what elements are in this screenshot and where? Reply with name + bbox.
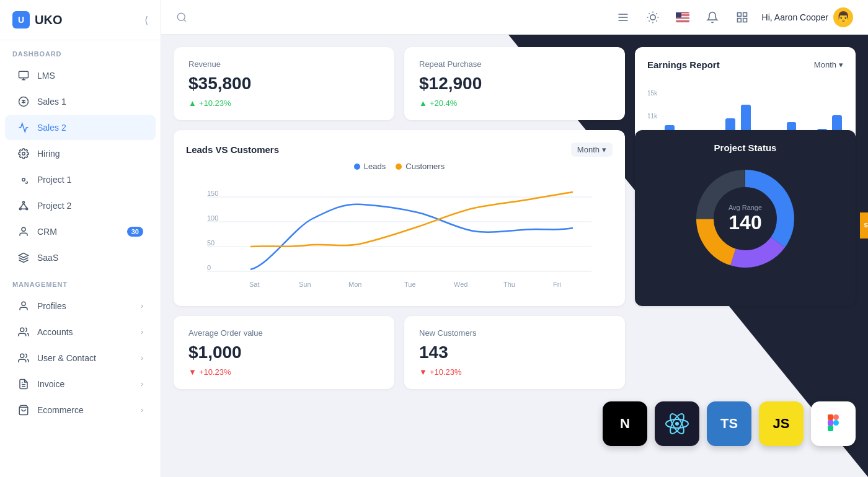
svg-line-11 bbox=[24, 203, 27, 208]
donut-center: Avg Range 140 bbox=[728, 204, 762, 234]
javascript-logo[interactable]: JS bbox=[759, 401, 804, 446]
sidebar-item-ecommerce[interactable]: Ecommerce › bbox=[5, 398, 156, 422]
avg-order-value: $1,000 bbox=[188, 343, 379, 362]
svg-text:Tue: Tue bbox=[404, 281, 416, 288]
chevron-right-icon4: › bbox=[141, 380, 143, 388]
sidebar-item-crm[interactable]: CRM 30 bbox=[5, 219, 156, 244]
svg-line-29 bbox=[649, 13, 649, 14]
collapse-sidebar-button[interactable]: ⟨ bbox=[144, 14, 148, 26]
figma-logo[interactable] bbox=[811, 401, 856, 446]
svg-point-5 bbox=[22, 152, 25, 155]
svg-rect-75 bbox=[828, 420, 833, 426]
sidebar-item-invoice-label: Invoice bbox=[37, 379, 133, 389]
sidebar-item-ecommerce-label: Ecommerce bbox=[37, 405, 133, 415]
up-arrow-icon2: ▲ bbox=[419, 98, 427, 108]
svg-line-30 bbox=[656, 20, 657, 21]
nextjs-logo[interactable]: N bbox=[603, 401, 647, 446]
sidebar-item-sales2[interactable]: Sales 2 bbox=[5, 115, 156, 140]
sidebar-item-invoice[interactable]: Invoice › bbox=[5, 372, 156, 396]
leads-dot bbox=[354, 164, 360, 170]
sidebar-item-sales1[interactable]: Sales 1 bbox=[5, 89, 156, 114]
monitor-icon bbox=[17, 69, 30, 82]
user-name: Hi, Aaron Cooper bbox=[762, 12, 828, 22]
us-flag-icon bbox=[676, 12, 689, 22]
svg-text:0: 0 bbox=[207, 264, 211, 271]
svg-rect-46 bbox=[743, 18, 746, 22]
sidebar-item-lms-label: LMS bbox=[37, 71, 143, 81]
react-logo[interactable] bbox=[655, 401, 699, 446]
svg-marker-14 bbox=[19, 253, 29, 258]
apps-grid-button[interactable] bbox=[732, 7, 752, 27]
sidebar-item-usercontact[interactable]: User & Contact › bbox=[5, 346, 156, 370]
sidebar-item-accounts-label: Accounts bbox=[37, 327, 133, 337]
svg-rect-43 bbox=[737, 12, 741, 16]
chevron-down-icon2: ▾ bbox=[602, 145, 606, 154]
user-greeting[interactable]: Hi, Aaron Cooper 👨 bbox=[762, 7, 853, 27]
svg-point-21 bbox=[177, 13, 185, 20]
layouts-tab[interactable]: Layouts bbox=[860, 212, 868, 239]
svg-point-16 bbox=[20, 328, 24, 331]
flag-icon-button[interactable] bbox=[673, 7, 693, 27]
stat-card-new-customers: New Customers 143 ▼ +10.23% bbox=[404, 316, 625, 389]
revenue-value: $35,800 bbox=[188, 74, 379, 94]
avg-range-label: Avg Range bbox=[728, 204, 762, 211]
svg-rect-76 bbox=[828, 426, 833, 431]
header-actions: Hi, Aaron Cooper 👨 bbox=[613, 7, 853, 27]
sidebar-item-hiring[interactable]: Hiring bbox=[5, 141, 156, 166]
theme-toggle-button[interactable] bbox=[643, 7, 663, 27]
search-icon bbox=[176, 12, 187, 23]
tech-logos-row: N TS JS bbox=[161, 401, 868, 458]
svg-text:Wed: Wed bbox=[454, 281, 467, 288]
avg-range-value: 140 bbox=[728, 211, 762, 234]
chevron-right-icon2: › bbox=[141, 328, 143, 336]
typescript-logo[interactable]: TS bbox=[707, 401, 751, 446]
up-arrow-icon: ▲ bbox=[188, 98, 197, 108]
leads-month-button[interactable]: Month ▾ bbox=[571, 142, 613, 157]
sidebar-item-saas[interactable]: SaaS bbox=[5, 245, 156, 270]
svg-line-33 bbox=[649, 20, 649, 21]
leads-legend-label: Leads bbox=[364, 162, 386, 171]
svg-point-77 bbox=[833, 420, 839, 426]
svg-line-10 bbox=[20, 203, 24, 208]
leads-title: Leads VS Customers bbox=[186, 144, 279, 155]
sidebar-item-project2[interactable]: Project 2 bbox=[5, 193, 156, 218]
new-customers-value: 143 bbox=[419, 343, 610, 362]
notification-button[interactable] bbox=[702, 7, 722, 27]
sidebar-item-sales1-label: Sales 1 bbox=[37, 97, 143, 107]
sidebar-item-saas-label: SaaS bbox=[37, 253, 143, 263]
crm-icon bbox=[17, 225, 30, 238]
chevron-right-icon: › bbox=[141, 302, 143, 310]
svg-rect-74 bbox=[833, 414, 839, 420]
project1-icon bbox=[17, 173, 30, 186]
user-avatar: 👨 bbox=[833, 7, 853, 27]
ecommerce-icon bbox=[17, 404, 30, 416]
logo-label: UKO bbox=[35, 13, 62, 27]
new-customers-change: ▼ +10.23% bbox=[419, 367, 610, 377]
accounts-icon bbox=[17, 326, 30, 338]
sidebar-item-profiles-label: Profiles bbox=[37, 301, 133, 311]
header: Hi, Aaron Cooper 👨 bbox=[161, 0, 868, 35]
sidebar-item-lms[interactable]: LMS bbox=[5, 63, 156, 88]
svg-text:150: 150 bbox=[207, 190, 218, 197]
chevron-right-icon3: › bbox=[141, 354, 143, 362]
month-selector[interactable]: Month ▾ bbox=[814, 60, 843, 69]
earnings-title: Earnings Report bbox=[647, 59, 720, 70]
avg-order-label: Average Order value bbox=[188, 328, 379, 338]
svg-rect-0 bbox=[19, 71, 29, 78]
figma-icon bbox=[822, 412, 845, 435]
leads-line bbox=[250, 204, 573, 269]
menu-icon-button[interactable] bbox=[613, 7, 633, 27]
svg-point-6 bbox=[22, 178, 25, 182]
logo[interactable]: U UKO bbox=[12, 11, 62, 28]
sidebar-item-accounts[interactable]: Accounts › bbox=[5, 320, 156, 344]
svg-text:50: 50 bbox=[207, 239, 215, 247]
search-bar[interactable] bbox=[176, 12, 603, 23]
repeat-purchase-value: $12,900 bbox=[419, 74, 610, 94]
content-grid: Revenue $35,800 ▲ +10.23% Repeat Purchas… bbox=[161, 35, 868, 401]
svg-rect-40 bbox=[676, 19, 689, 19]
svg-point-72 bbox=[675, 422, 679, 426]
sidebar-item-project1[interactable]: Project 1 bbox=[5, 167, 156, 192]
sidebar-item-sales2-label: Sales 2 bbox=[37, 123, 143, 133]
main-content: Hi, Aaron Cooper 👨 Revenue $35,800 ▲ +10… bbox=[161, 0, 868, 477]
sidebar-item-profiles[interactable]: Profiles › bbox=[5, 294, 156, 318]
